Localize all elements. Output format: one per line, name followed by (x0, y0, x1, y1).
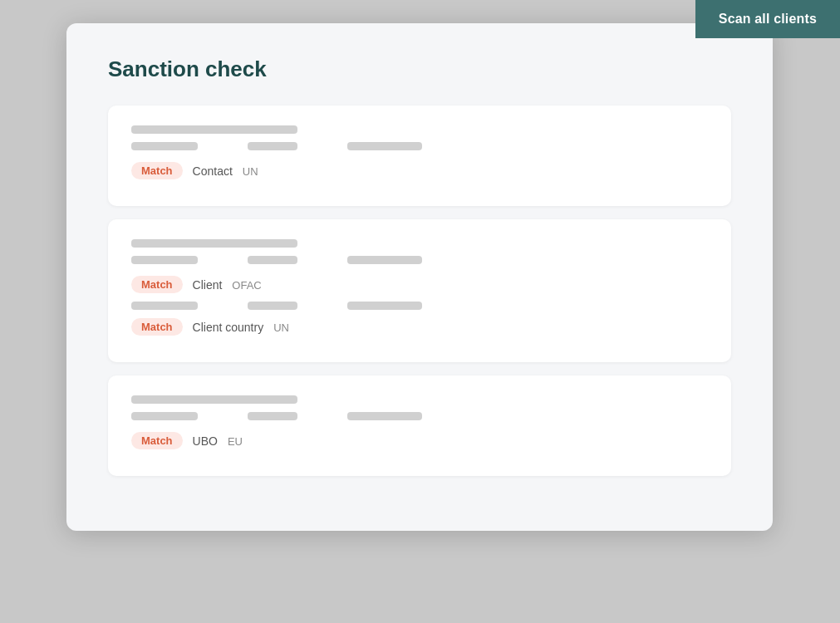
card-2-extra-3 (347, 302, 422, 310)
top-bar: Scan all clients (695, 0, 840, 38)
card-2-header (131, 239, 708, 248)
match-badge-2-1: Match (131, 276, 183, 293)
card-2-title-skeleton (131, 239, 297, 248)
result-card-2: Match Client OFAC Match Client country U… (108, 219, 731, 362)
card-1-title-skeleton (131, 125, 297, 134)
card-3-match-row-1: Match UBO EU (131, 432, 708, 449)
card-2-extra-1 (131, 302, 198, 310)
card-2-sub-1 (131, 256, 198, 264)
card-2-sub-2 (248, 256, 297, 264)
progress-row-3-1: EU (228, 435, 268, 448)
progress-label-2-2: UN (273, 321, 305, 334)
match-type-3-1: UBO (193, 434, 218, 448)
card-1-sub-3 (347, 142, 422, 150)
card-3-sub-3 (347, 412, 422, 420)
card-1-match-row-1: Match Contact UN (131, 162, 708, 179)
match-badge-2-2: Match (131, 318, 183, 336)
card-1-sub-1 (131, 142, 198, 150)
match-badge-3-1: Match (131, 432, 183, 449)
card-3-sub (131, 412, 708, 420)
progress-row-2-1: OFAC (232, 279, 272, 292)
match-type-1-1: Contact (193, 164, 233, 178)
card-2-match-row-1: Match Client OFAC (131, 276, 708, 293)
progress-row-1-1: UN (243, 165, 282, 178)
card-2-sub (131, 256, 708, 264)
main-card: Sanction check Match Contact UN (66, 23, 773, 531)
match-badge-1-1: Match (131, 162, 183, 179)
card-3-sub-1 (131, 412, 198, 420)
card-2-extra-sub (131, 302, 708, 310)
result-card-1: Match Contact UN (108, 105, 731, 206)
card-2-extra-2 (248, 302, 297, 310)
page-title: Sanction check (108, 56, 731, 82)
progress-label-2-1: OFAC (232, 279, 263, 292)
result-card-3: Match UBO EU (108, 375, 731, 476)
card-1-sub-2 (248, 142, 297, 150)
progress-label-1-1: UN (243, 165, 274, 178)
card-3-sub-2 (248, 412, 297, 420)
scan-all-button[interactable]: Scan all clients (719, 12, 817, 27)
progress-row-2-2: UN (273, 321, 313, 334)
card-2-sub-3 (347, 256, 422, 264)
match-type-2-2: Client country (193, 321, 264, 334)
match-type-2-1: Client (193, 278, 223, 292)
card-3-title-skeleton (131, 395, 297, 404)
card-1-sub (131, 142, 708, 150)
card-1-header (131, 125, 708, 134)
progress-label-3-1: EU (228, 435, 259, 448)
card-3-header (131, 395, 708, 404)
card-2-match-row-2: Match Client country UN (131, 318, 708, 336)
